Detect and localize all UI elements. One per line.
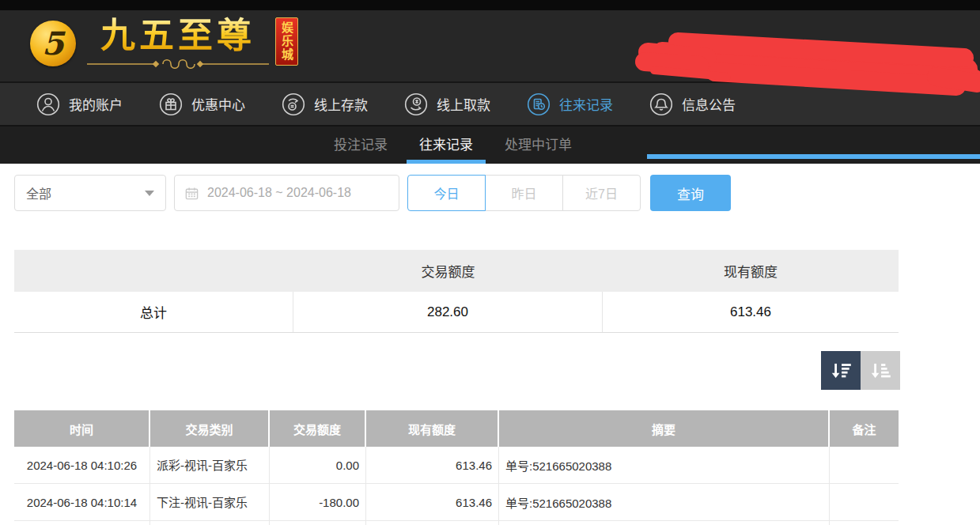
brand-logo[interactable]: 5 九五至尊 娱乐城 bbox=[30, 16, 298, 72]
date-range-input[interactable]: 2024-06-18 ~ 2024-06-18 bbox=[174, 175, 399, 211]
col-header-summary: 摘要 bbox=[499, 410, 830, 447]
nav-label: 信息公告 bbox=[682, 94, 736, 114]
nav-item-promotions[interactable]: 优惠中心 bbox=[159, 93, 245, 116]
nav-label: 往来记录 bbox=[559, 94, 613, 114]
nav-item-announcements[interactable]: 信息公告 bbox=[649, 93, 736, 116]
summary-table: 交易额度 现有额度 总计 282.60 613.46 bbox=[14, 250, 899, 333]
summary-total-balance: 613.46 bbox=[603, 292, 899, 332]
records-header-row: 时间 交易类别 交易额度 现有额度 摘要 备注 bbox=[14, 410, 899, 447]
summary-total-label: 总计 bbox=[14, 292, 293, 332]
withdraw-icon bbox=[404, 93, 428, 116]
filter-toolbar: 全部 2024-06-18 ~ 2024-06-18 今日 昨日 近7日 查询 bbox=[14, 175, 980, 211]
cell-balance: 613.46 bbox=[366, 484, 499, 521]
sort-ascending-icon bbox=[868, 358, 893, 383]
cell-amount: -180.00 bbox=[270, 484, 366, 521]
search-button[interactable]: 查询 bbox=[650, 175, 731, 211]
user-icon bbox=[36, 93, 60, 116]
nav-item-deposit[interactable]: 线上存款 bbox=[282, 93, 368, 116]
table-row: 2024-06-18 04:10:26 派彩-视讯-百家乐 0.00 613.4… bbox=[14, 447, 899, 484]
cell-amount bbox=[270, 521, 366, 525]
cell-time: 2024-06-18 04:10:14 bbox=[14, 484, 150, 521]
summary-total-row: 总计 282.60 613.46 bbox=[14, 292, 899, 333]
chevron-down-icon bbox=[145, 191, 154, 196]
tab-transaction-records[interactable]: 往来记录 bbox=[407, 127, 486, 164]
nav-item-transaction-records[interactable]: 往来记录 bbox=[527, 93, 613, 116]
site-header: 5 九五至尊 娱乐城 bbox=[0, 10, 980, 81]
table-row bbox=[14, 521, 899, 525]
account-avatar-icon[interactable] bbox=[659, 47, 683, 74]
range-yesterday-button[interactable]: 昨日 bbox=[485, 175, 563, 211]
table-row: 2024-06-18 04:10:14 下注-视讯-百家乐 -180.00 61… bbox=[14, 484, 899, 521]
summary-header-balance: 现有额度 bbox=[603, 250, 899, 292]
cell-balance: 613.46 bbox=[366, 447, 499, 484]
gift-icon bbox=[159, 93, 183, 116]
col-header-type: 交易类别 bbox=[150, 410, 270, 447]
quick-range-group: 今日 昨日 近7日 bbox=[407, 175, 641, 211]
tab-betting-records[interactable]: 投注记录 bbox=[321, 127, 400, 164]
col-header-time: 时间 bbox=[14, 410, 150, 447]
summary-header-trade-amount: 交易额度 bbox=[293, 250, 603, 292]
brand-badge: 娱乐城 bbox=[275, 17, 298, 66]
col-header-balance: 现有额度 bbox=[366, 410, 499, 447]
flourish-ornament bbox=[87, 58, 269, 72]
loading-progress-bar bbox=[647, 154, 980, 159]
cell-note bbox=[830, 484, 899, 521]
records-table: 时间 交易类别 交易额度 现有额度 摘要 备注 2024-06-18 04:10… bbox=[14, 410, 899, 525]
cell-type: 派彩-视讯-百家乐 bbox=[150, 447, 270, 484]
cell-type: 下注-视讯-百家乐 bbox=[150, 484, 270, 521]
cell-note bbox=[830, 447, 899, 484]
calendar-icon bbox=[184, 186, 199, 201]
cell-summary: 单号:521665020388 bbox=[499, 484, 830, 521]
cell-balance bbox=[366, 521, 499, 525]
cell-summary bbox=[499, 521, 830, 525]
summary-total-trade-amount: 282.60 bbox=[293, 292, 603, 332]
nav-item-my-account[interactable]: 我的账户 bbox=[36, 93, 123, 116]
announcement-bell-icon bbox=[649, 93, 673, 116]
deposit-icon bbox=[282, 93, 305, 116]
cell-note bbox=[830, 521, 899, 525]
sort-ascending-button[interactable] bbox=[861, 351, 900, 390]
sort-toolbar bbox=[0, 351, 900, 390]
cell-time bbox=[14, 521, 150, 525]
cell-type bbox=[150, 521, 270, 525]
nav-item-withdraw[interactable]: 线上取款 bbox=[404, 93, 490, 116]
sort-descending-icon bbox=[828, 358, 853, 383]
nav-label: 我的账户 bbox=[69, 94, 123, 114]
summary-header-empty bbox=[14, 250, 293, 292]
nav-label: 优惠中心 bbox=[191, 94, 245, 114]
nav-label: 线上取款 bbox=[437, 94, 490, 114]
logo-glyph: 5 bbox=[42, 28, 64, 59]
range-today-button[interactable]: 今日 bbox=[407, 175, 486, 211]
main-navigation: 我的账户 优惠中心 线上存款 bbox=[0, 81, 980, 125]
col-header-note: 备注 bbox=[830, 410, 899, 447]
brand-logo-icon: 5 bbox=[30, 21, 76, 66]
nav-label: 线上存款 bbox=[314, 94, 368, 114]
tab-pending-orders[interactable]: 处理中订单 bbox=[492, 127, 585, 164]
record-subtabs: 投注记录 往来记录 处理中订单 bbox=[0, 125, 980, 164]
top-strip bbox=[0, 0, 980, 10]
cell-amount: 0.00 bbox=[270, 447, 366, 484]
cell-summary: 单号:521665020388 bbox=[499, 447, 830, 484]
date-range-value: 2024-06-18 ~ 2024-06-18 bbox=[207, 186, 351, 200]
brand-name: 九五至尊 bbox=[100, 16, 255, 58]
cell-time: 2024-06-18 04:10:26 bbox=[14, 447, 150, 484]
sort-descending-button[interactable] bbox=[821, 351, 861, 390]
records-icon bbox=[527, 93, 551, 116]
col-header-amount: 交易额度 bbox=[270, 410, 366, 447]
type-select[interactable]: 全部 bbox=[14, 175, 166, 211]
type-select-value: 全部 bbox=[26, 183, 51, 202]
summary-header-row: 交易额度 现有额度 bbox=[14, 250, 899, 292]
range-7days-button[interactable]: 近7日 bbox=[562, 175, 641, 211]
